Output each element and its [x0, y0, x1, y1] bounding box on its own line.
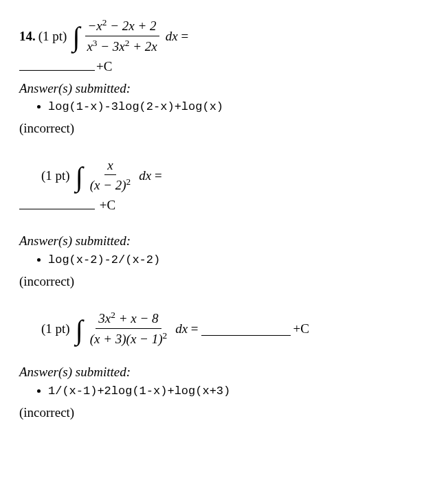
submitted-answers-list: 1/(x-1)+2log(1-x)+log(x+3)	[19, 384, 405, 400]
denominator: (x + 3)(x − 1)2	[87, 329, 170, 348]
points-label: (1 pt)	[41, 320, 70, 338]
dx-equals: dx =	[166, 27, 188, 45]
denominator: x3 − 3x2 + 2x	[84, 36, 159, 56]
submitted-answer: log(x-2)-2/(x-2)	[48, 253, 405, 268]
integrand-fraction: x (x − 2)2	[87, 157, 134, 195]
verdict: (incorrect)	[19, 404, 405, 422]
plus-c: +C	[293, 320, 309, 338]
dx-equals: dx =	[175, 320, 198, 338]
problem-2: (1 pt) ∫ x (x − 2)2 dx = +C Answer(s) su…	[19, 157, 405, 290]
submitted-answer: 1/(x-1)+2log(1-x)+log(x+3)	[48, 384, 405, 400]
verdict: (incorrect)	[19, 273, 405, 290]
answer-blank-line: +C	[19, 57, 405, 76]
points-label: (1 pt)	[41, 167, 70, 185]
answer-blank-line: +C	[19, 196, 405, 214]
question-line: 14. (1 pt) ∫ −x2 − 2x + 2 x3 − 3x2 + 2x …	[19, 16, 405, 56]
answer-blank[interactable]	[19, 57, 95, 71]
numerator: 3x2 + x − 8	[96, 309, 161, 329]
problem-number: 14.	[19, 27, 36, 45]
question-line: (1 pt) ∫ x (x − 2)2 dx =	[41, 157, 405, 195]
integrand-fraction: 3x2 + x − 8 (x + 3)(x − 1)2	[87, 309, 170, 348]
plus-c: +C	[96, 59, 112, 73]
verdict: (incorrect)	[19, 119, 405, 137]
answer-blank[interactable]	[201, 322, 291, 336]
answers-submitted-label: Answer(s) submitted:	[19, 80, 405, 98]
answer-blank[interactable]	[19, 196, 95, 209]
denominator: (x − 2)2	[87, 175, 134, 194]
points-label: (1 pt)	[38, 27, 67, 45]
answers-submitted-label: Answer(s) submitted:	[19, 232, 405, 250]
problem-3: (1 pt) ∫ 3x2 + x − 8 (x + 3)(x − 1)2 dx …	[19, 309, 405, 421]
answers-submitted-label: Answer(s) submitted:	[19, 363, 405, 381]
plus-c: +C	[100, 198, 115, 212]
question-line: (1 pt) ∫ 3x2 + x − 8 (x + 3)(x − 1)2 dx …	[41, 309, 405, 348]
numerator: −x2 − 2x + 2	[85, 16, 159, 36]
integrand-fraction: −x2 − 2x + 2 x3 − 3x2 + 2x	[84, 16, 159, 56]
dx-equals: dx =	[139, 167, 161, 185]
submitted-answers-list: log(x-2)-2/(x-2)	[19, 253, 405, 268]
submitted-answer: log(1-x)-3log(2-x)+log(x)	[48, 100, 405, 115]
submitted-answers-list: log(1-x)-3log(2-x)+log(x)	[19, 100, 405, 115]
problem-14: 14. (1 pt) ∫ −x2 − 2x + 2 x3 − 3x2 + 2x …	[19, 16, 405, 137]
numerator: x	[104, 157, 115, 176]
